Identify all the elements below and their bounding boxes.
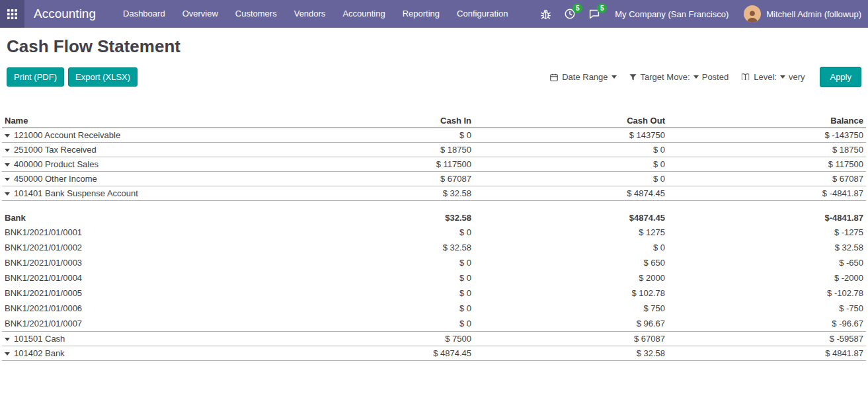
cash-in-cell: $ 0: [278, 270, 474, 286]
journal-entry-row: BNK1/2021/01/0004$ 0$ 2000$ -2000: [2, 270, 866, 286]
cash-in-cell: $ 0: [278, 225, 474, 240]
cash-out-cell: $ 143750: [474, 128, 668, 143]
cash-in-cell: $ 0: [278, 286, 474, 301]
cash-in-cell: $ 18750: [278, 143, 474, 157]
balance-cell: $ 117500: [668, 157, 866, 172]
report-page: Cash Flow Statement Print (PDF) Export (…: [0, 36, 868, 361]
balance-cell: $ -59587: [668, 332, 866, 346]
cash-in-cell: $32.58: [278, 201, 474, 225]
account-row: 400000 Product Sales$ 117500$ 0$ 117500: [2, 157, 866, 172]
row-name-cell[interactable]: BNK1/2021/01/0001: [2, 225, 278, 240]
row-name-cell[interactable]: 101501 Cash: [2, 332, 278, 346]
debug-button[interactable]: [537, 7, 555, 22]
avatar: [744, 5, 761, 22]
account-row: 101501 Cash$ 7500$ 67087$ -59587: [2, 332, 866, 346]
expand-caret-icon[interactable]: [5, 352, 10, 356]
systray: 5 5 My Company (San Francisco) Mitchell …: [537, 5, 868, 22]
cash-out-cell: $ 750: [474, 301, 668, 316]
export-xlsx-button[interactable]: Export (XLSX): [68, 67, 138, 87]
nav-item-reporting[interactable]: Reporting: [394, 0, 448, 28]
print-pdf-button[interactable]: Print (PDF): [7, 67, 64, 87]
row-name-cell[interactable]: BNK1/2021/01/0005: [2, 286, 278, 301]
cash-in-cell: $ 4874.45: [278, 346, 474, 361]
cash-flow-table: Name Cash In Cash Out Balance 121000 Acc…: [2, 114, 866, 361]
cash-in-cell: $ 32.58: [278, 186, 474, 201]
cash-out-cell: $ 0: [474, 157, 668, 172]
row-name-cell[interactable]: BNK1/2021/01/0003: [2, 255, 278, 270]
row-name-cell[interactable]: BNK1/2021/01/0004: [2, 270, 278, 286]
report-table-body: 121000 Account Receivable$ 0$ 143750$ -1…: [2, 128, 866, 361]
row-name-cell[interactable]: 400000 Product Sales: [2, 157, 278, 172]
cash-in-cell: $ 0: [278, 301, 474, 316]
nav-item-dashboard[interactable]: Dashboard: [114, 0, 174, 28]
row-name-cell[interactable]: 450000 Other Income: [2, 172, 278, 186]
apps-menu-button[interactable]: [0, 0, 24, 28]
balance-cell: $ -2000: [668, 270, 866, 286]
balance-cell: $-4841.87: [668, 201, 866, 225]
balance-cell: $ 4841.87: [668, 346, 866, 361]
cash-out-cell: $ 0: [474, 143, 668, 157]
cash-out-cell: $ 32.58: [474, 346, 668, 361]
expand-caret-icon[interactable]: [5, 149, 10, 152]
account-row: 121000 Account Receivable$ 0$ 143750$ -1…: [2, 128, 866, 143]
journal-entry-row: BNK1/2021/01/0007$ 0$ 96.67$ -96.67: [2, 316, 866, 332]
nav-item-overview[interactable]: Overview: [174, 0, 227, 28]
date-range-label: Date Range: [562, 72, 608, 82]
nav-item-configuration[interactable]: Configuration: [448, 0, 516, 28]
row-name-cell[interactable]: 101401 Bank Suspense Account: [2, 186, 278, 201]
messages-button[interactable]: 5: [585, 6, 604, 22]
nav-item-vendors[interactable]: Vendors: [286, 0, 335, 28]
target-move-label: Target Move:: [641, 72, 690, 82]
apps-grid-icon: [7, 9, 17, 19]
account-row: 450000 Other Income$ 67087$ 0$ 67087: [2, 172, 866, 186]
expand-caret-icon[interactable]: [5, 338, 10, 341]
cash-in-cell: $ 32.58: [278, 240, 474, 255]
nav-item-accounting[interactable]: Accounting: [334, 0, 393, 28]
funnel-icon: [629, 73, 637, 81]
row-name-cell[interactable]: 251000 Tax Received: [2, 143, 278, 157]
bug-icon: [540, 9, 551, 20]
row-name-cell[interactable]: BNK1/2021/01/0007: [2, 316, 278, 332]
balance-cell: $ -4841.87: [668, 186, 866, 201]
company-switcher[interactable]: My Company (San Francisco): [615, 9, 729, 19]
expand-caret-icon[interactable]: [5, 134, 10, 137]
cash-out-cell: $ 0: [474, 240, 668, 255]
nav-item-customers[interactable]: Customers: [227, 0, 286, 28]
app-brand[interactable]: Accounting: [34, 7, 96, 21]
apply-button[interactable]: Apply: [820, 67, 861, 87]
controls-row: Print (PDF) Export (XLSX) Date Range Tar…: [7, 67, 861, 87]
cash-out-cell: $ 650: [474, 255, 668, 270]
row-name-cell[interactable]: 121000 Account Receivable: [2, 128, 278, 143]
column-header-name: Name: [2, 114, 278, 128]
expand-caret-icon[interactable]: [5, 192, 10, 196]
row-name-cell[interactable]: BNK1/2021/01/0006: [2, 301, 278, 316]
chevron-down-icon: [693, 75, 699, 79]
user-menu[interactable]: Mitchell Admin (followup): [744, 5, 861, 22]
journal-entry-row: BNK1/2021/01/0003$ 0$ 650$ -650: [2, 255, 866, 270]
cash-out-cell: $ 1275: [474, 225, 668, 240]
balance-cell: $ 67087: [668, 172, 866, 186]
chevron-down-icon: [780, 75, 785, 79]
journal-entry-row: BNK1/2021/01/0006$ 0$ 750$ -750: [2, 301, 866, 316]
account-row: 251000 Tax Received$ 18750$ 0$ 18750: [2, 143, 866, 157]
chevron-down-icon: [612, 75, 617, 79]
top-navbar: Accounting Dashboard Overview Customers …: [0, 0, 868, 28]
balance-cell: $ -96.67: [668, 316, 866, 332]
cash-in-cell: $ 67087: [278, 172, 474, 186]
row-name-cell[interactable]: BNK1/2021/01/0002: [2, 240, 278, 255]
expand-caret-icon[interactable]: [5, 163, 10, 167]
row-name-cell[interactable]: 101402 Bank: [2, 346, 278, 361]
section-total-row: Bank$32.58$4874.45$-4841.87: [2, 201, 866, 225]
journal-entry-row: BNK1/2021/01/0001$ 0$ 1275$ -1275: [2, 225, 866, 240]
activities-button[interactable]: 5: [561, 6, 579, 22]
user-name: Mitchell Admin (followup): [766, 9, 861, 19]
target-move-value: Posted: [702, 72, 729, 82]
date-range-filter[interactable]: Date Range: [549, 72, 616, 82]
cash-out-cell: $ 102.78: [474, 286, 668, 301]
expand-caret-icon[interactable]: [5, 178, 10, 181]
person-icon: [745, 8, 760, 22]
target-move-filter[interactable]: Target Move: Posted: [629, 72, 729, 82]
level-filter[interactable]: Level: very: [740, 72, 805, 82]
level-label: Level:: [754, 72, 777, 82]
cash-out-cell: $ 4874.45: [474, 186, 668, 201]
